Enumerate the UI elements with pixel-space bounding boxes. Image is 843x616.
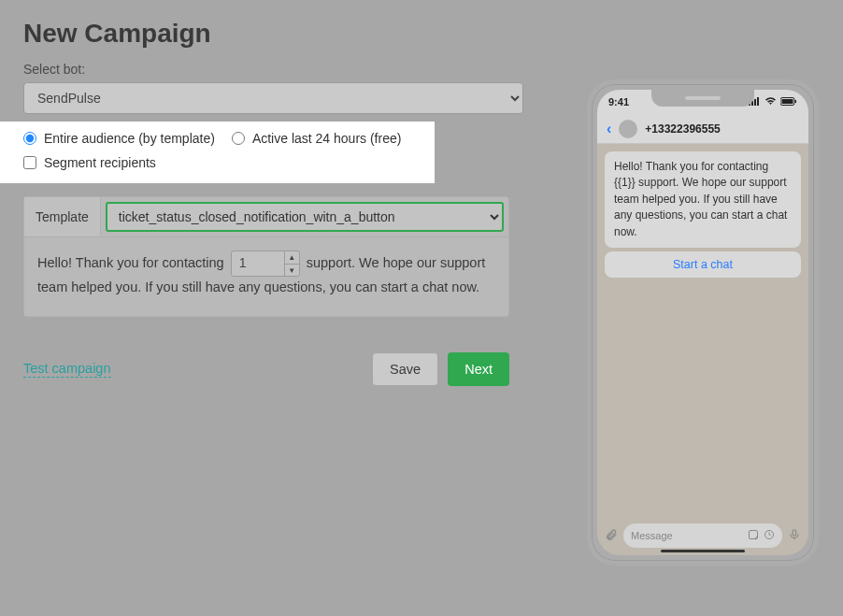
wifi-icon — [764, 96, 777, 107]
template-select[interactable]: ticket_status_closed_notification_witn_a… — [106, 202, 504, 232]
segment-checkbox-input[interactable] — [23, 156, 36, 169]
template-message-preview: Hello! Thank you for contacting 1 ▲ ▼ su… — [24, 237, 508, 316]
chat-input-placeholder: Message — [631, 530, 673, 541]
bot-select[interactable]: SendPulse — [23, 82, 523, 114]
phone-preview: 9:41 ‹ +13322396555 Hello! Thank you for… — [587, 79, 819, 566]
radio-entire-label: Entire audience (by template) — [44, 131, 215, 146]
variable-value: 1 — [232, 251, 284, 276]
radio-active-24h[interactable]: Active last 24 hours (free) — [232, 131, 402, 146]
chat-phone-number: +13322396555 — [645, 122, 720, 136]
chat-header: ‹ +13322396555 — [597, 114, 808, 144]
radio-active-label: Active last 24 hours (free) — [252, 131, 402, 146]
sticker-icon[interactable] — [748, 529, 759, 543]
chat-bubble-button[interactable]: Start a chat — [605, 251, 801, 278]
phone-time: 9:41 — [608, 96, 629, 107]
next-button[interactable]: Next — [448, 352, 509, 386]
home-indicator — [661, 550, 745, 552]
phone-notch — [651, 90, 754, 107]
test-campaign-link[interactable]: Test campaign — [23, 361, 111, 378]
template-card: Template ticket_status_closed_notificati… — [23, 196, 509, 317]
battery-icon — [780, 96, 797, 107]
segment-recipients-checkbox[interactable]: Segment recipients — [23, 155, 156, 170]
save-button[interactable]: Save — [372, 352, 438, 386]
variable-spinner[interactable]: 1 ▲ ▼ — [231, 251, 300, 277]
back-icon[interactable]: ‹ — [607, 121, 611, 137]
segment-label: Segment recipients — [44, 155, 156, 170]
avatar — [619, 120, 637, 138]
chat-message-input[interactable]: Message — [623, 523, 782, 548]
chat-bubble: Hello! Thank you for contacting {{1}} su… — [605, 151, 801, 248]
chat-body: Hello! Thank you for contacting {{1}} su… — [597, 144, 808, 518]
attachment-icon[interactable] — [605, 528, 618, 544]
svg-rect-3 — [757, 97, 759, 106]
msg-part1: Hello! Thank you for contacting — [37, 255, 224, 270]
page-title: New Campaign — [23, 19, 820, 49]
mic-icon[interactable] — [788, 528, 801, 544]
svg-rect-9 — [793, 529, 796, 535]
svg-rect-5 — [782, 99, 793, 104]
clock-icon[interactable] — [764, 529, 775, 543]
svg-rect-6 — [795, 100, 797, 103]
audience-panel: Entire audience (by template) Active las… — [0, 122, 435, 183]
radio-entire-audience[interactable]: Entire audience (by template) — [23, 131, 215, 146]
template-label: Template — [24, 197, 101, 236]
radio-active-input[interactable] — [232, 132, 245, 145]
stepper-down-icon[interactable]: ▼ — [285, 265, 299, 277]
svg-rect-2 — [754, 99, 756, 106]
radio-entire-input[interactable] — [23, 132, 36, 145]
stepper-up-icon[interactable]: ▲ — [285, 251, 299, 265]
select-bot-label: Select bot: — [23, 62, 820, 77]
